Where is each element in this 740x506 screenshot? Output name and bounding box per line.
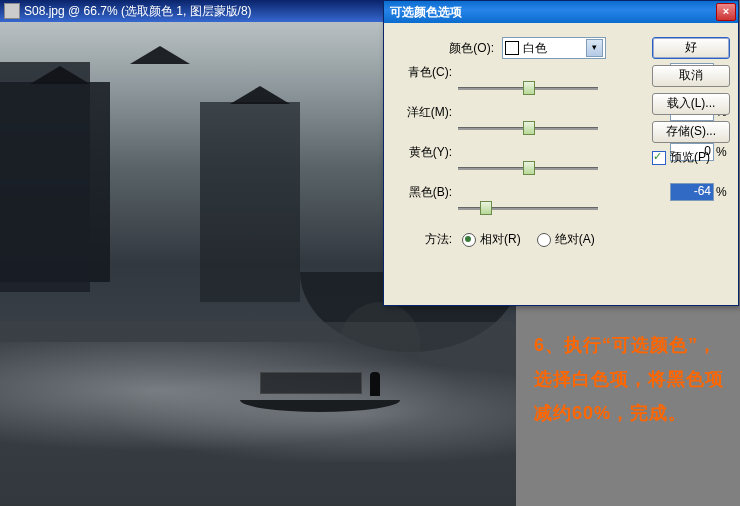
cancel-button[interactable]: 取消	[652, 65, 730, 87]
preview-label: 预览(P)	[670, 149, 710, 166]
roof	[230, 86, 290, 104]
slider-thumb[interactable]	[523, 81, 535, 95]
pct: %	[716, 185, 728, 199]
cyan-label: 青色(C):	[394, 64, 452, 81]
dialog-body: 颜色(O): 白色 ▾ 青色(C): 0 % 洋红(M): 0 %	[384, 23, 738, 262]
boat	[240, 372, 400, 412]
boat-roof	[260, 372, 362, 394]
slider-thumb[interactable]	[523, 161, 535, 175]
roof	[130, 46, 190, 64]
preview-checkbox[interactable]	[652, 151, 666, 165]
black-slider-block: 黑色(B): -64 %	[394, 183, 728, 215]
boat-body	[240, 400, 400, 412]
document-title: S08.jpg @ 66.7% (选取颜色 1, 图层蒙版/8)	[24, 3, 252, 20]
save-button[interactable]: 存储(S)...	[652, 121, 730, 143]
magenta-label: 洋红(M):	[394, 104, 452, 121]
cyan-slider[interactable]	[458, 81, 598, 95]
instruction-text: 6、执行“可选颜色”，选择白色项，将黑色项减约60%，完成。	[530, 320, 736, 438]
absolute-radio[interactable]	[537, 233, 551, 247]
preview-row: 预览(P)	[652, 149, 728, 166]
slider-thumb[interactable]	[523, 121, 535, 135]
slider-thumb[interactable]	[480, 201, 492, 215]
dialog-titlebar[interactable]: 可选颜色选项 ×	[384, 1, 738, 23]
boat-person	[370, 372, 380, 396]
dialog-title: 可选颜色选项	[390, 4, 462, 21]
color-label: 颜色(O):	[434, 40, 494, 57]
yellow-slider[interactable]	[458, 161, 598, 175]
color-swatch-icon	[505, 41, 519, 55]
ok-button[interactable]: 好	[652, 37, 730, 59]
method-row: 方法: 相对(R) 绝对(A)	[394, 231, 728, 248]
color-value: 白色	[523, 40, 547, 57]
building	[0, 62, 90, 292]
black-input[interactable]: -64	[670, 183, 714, 201]
black-label: 黑色(B):	[394, 184, 452, 201]
selective-color-dialog: 可选颜色选项 × 颜色(O): 白色 ▾ 青色(C): 0 % 洋红(M): 0	[383, 0, 739, 306]
absolute-label: 绝对(A)	[555, 231, 595, 248]
button-column: 好 取消 载入(L)... 存储(S)... 预览(P)	[652, 37, 728, 166]
method-label: 方法:	[394, 231, 452, 248]
chevron-down-icon[interactable]: ▾	[586, 39, 603, 57]
roof	[30, 66, 90, 84]
load-button[interactable]: 载入(L)...	[652, 93, 730, 115]
document-icon	[4, 3, 20, 19]
building	[200, 102, 300, 302]
close-button[interactable]: ×	[716, 3, 736, 21]
black-slider[interactable]	[458, 201, 598, 215]
relative-label: 相对(R)	[480, 231, 521, 248]
relative-radio[interactable]	[462, 233, 476, 247]
color-select[interactable]: 白色 ▾	[502, 37, 606, 59]
magenta-slider[interactable]	[458, 121, 598, 135]
yellow-label: 黄色(Y):	[394, 144, 452, 161]
